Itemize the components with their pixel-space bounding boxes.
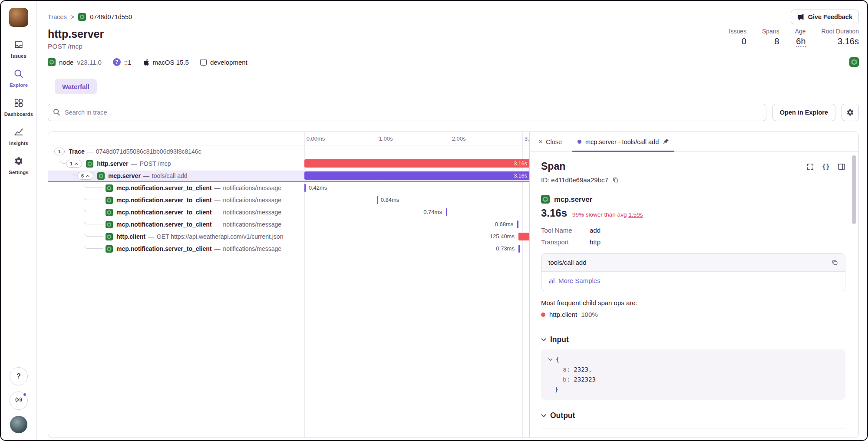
node-icon: [541, 195, 550, 204]
copy-icon[interactable]: [832, 259, 838, 266]
question-icon: ?: [17, 372, 21, 380]
table-row[interactable]: mcp.notification.server_to_client — noti…: [48, 206, 529, 218]
span-bar[interactable]: 3.16s: [304, 159, 529, 168]
chevron-up-icon: [75, 163, 78, 165]
pin-icon[interactable]: [663, 138, 669, 145]
details-heading: Span: [541, 161, 565, 172]
sidebar-item-insights[interactable]: Insights: [9, 127, 28, 146]
chart-icon: [14, 127, 23, 138]
details-scrollbar[interactable]: [852, 155, 856, 224]
span-bar[interactable]: [377, 196, 378, 204]
trace-stats: Issues 0 Spans 8 Age 6h Root Duration 3.…: [729, 28, 859, 46]
op-color-dot: [541, 313, 545, 317]
tags-row: node v23.11.0 ? ::1 macOS 15.5 developme…: [48, 57, 859, 67]
collapse-chip[interactable]: 6: [77, 172, 93, 180]
open-in-explore-button[interactable]: Open in Explore: [772, 104, 835, 121]
sidebar-item-label: Insights: [9, 141, 28, 146]
sidebar-item-label: Dashboards: [4, 112, 33, 117]
span-attributes: Tool Name add Transport http: [541, 224, 845, 248]
table-row[interactable]: mcp.notification.server_to_client — noti…: [48, 218, 529, 230]
node-icon: [106, 184, 113, 192]
tag-ip[interactable]: ? ::1: [113, 58, 132, 66]
inbox-icon: [14, 40, 23, 51]
org-avatar[interactable]: [9, 8, 28, 27]
span-description: tools/call add: [548, 259, 587, 266]
trace-settings-button[interactable]: [842, 104, 859, 121]
search-input[interactable]: [48, 104, 766, 121]
child-ops-label: Most frequent child span ops are:: [541, 299, 845, 306]
collapse-chip[interactable]: 1: [66, 160, 82, 168]
trace-panel: 0.00ms 1.00s 2.00s 3.00s 1 Trace — 0748d…: [48, 132, 859, 438]
span-details-panel: × Close mcp.server - tools/call add Span: [529, 132, 858, 438]
span-bar[interactable]: 3.16s: [304, 171, 529, 180]
span-bar[interactable]: [446, 208, 447, 216]
search-icon: [14, 69, 23, 80]
sidebar-item-issues[interactable]: Issues: [11, 40, 26, 59]
breadcrumb-trace-id[interactable]: 0748d071d550: [90, 13, 132, 20]
span-id: ID: e411d0e69aa29bc7: [541, 176, 608, 184]
node-icon: [78, 13, 86, 21]
input-json-viewer: { a: 2323, b: 232323 }: [541, 349, 845, 400]
node-icon: [106, 197, 113, 204]
close-details-button[interactable]: × Close: [534, 132, 566, 151]
sidebar-item-label: Explore: [10, 82, 28, 88]
node-icon: [106, 233, 113, 240]
project-icon[interactable]: [849, 57, 859, 67]
app-window: Issues Explore Dashboards Insights Setti…: [0, 0, 868, 441]
tag-environment[interactable]: development: [200, 59, 248, 66]
breadcrumb: Traces > 0748d071d550: [48, 13, 132, 21]
panel-layout-icon[interactable]: [838, 163, 845, 171]
give-feedback-button[interactable]: Give Feedback: [791, 10, 859, 24]
view-tabs: Waterfall: [48, 79, 859, 94]
copy-icon[interactable]: [612, 177, 619, 183]
tag-runtime[interactable]: node v23.11.0: [48, 58, 102, 66]
table-row[interactable]: mcp.notification.server_to_client — noti…: [48, 182, 529, 194]
span-color-dot: [578, 140, 581, 144]
table-row[interactable]: 1 http.server — POST /mcp 3.16s: [48, 158, 529, 170]
details-tab[interactable]: mcp.server - tools/call add: [572, 132, 674, 151]
tab-waterfall[interactable]: Waterfall: [55, 79, 97, 94]
span-bar[interactable]: [518, 245, 520, 253]
unknown-browser-icon: ?: [113, 58, 121, 66]
table-row[interactable]: http.client — GET https://api.weatherapi…: [48, 230, 529, 243]
span-duration: 3.16s: [541, 207, 567, 219]
sidebar-item-label: Issues: [11, 53, 26, 59]
table-row[interactable]: mcp.notification.server_to_client — noti…: [48, 243, 529, 255]
chevron-down-icon: [541, 414, 546, 418]
more-samples-link[interactable]: More Samples: [548, 277, 601, 284]
whats-new-button[interactable]: [10, 392, 28, 410]
output-section-toggle[interactable]: Output: [541, 411, 845, 420]
span-op: mcp.server: [554, 195, 592, 204]
user-avatar[interactable]: [10, 416, 27, 433]
expand-icon[interactable]: [806, 163, 814, 171]
sidebar-item-dashboards[interactable]: Dashboards: [4, 98, 33, 117]
page-title: http.server: [48, 28, 104, 40]
stat-root-duration: Root Duration 3.16s: [822, 28, 859, 46]
span-count-chip[interactable]: 1: [54, 148, 65, 155]
details-tab-bar: × Close mcp.server - tools/call add: [530, 132, 858, 152]
span-bar[interactable]: [304, 184, 306, 192]
breadcrumb-traces[interactable]: Traces: [48, 13, 67, 20]
tag-os[interactable]: macOS 15.5: [143, 58, 189, 66]
child-op-percent: 100%: [581, 311, 597, 318]
sidebar-item-settings[interactable]: Settings: [9, 156, 28, 175]
gear-icon: [14, 156, 23, 168]
node-icon: [106, 245, 113, 253]
span-bar[interactable]: [517, 220, 518, 228]
chevron-down-icon[interactable]: [548, 358, 553, 361]
give-feedback-label: Give Feedback: [808, 13, 852, 20]
table-row[interactable]: mcp.notification.server_to_client — noti…: [48, 194, 529, 206]
input-section-toggle[interactable]: Input: [541, 335, 845, 344]
json-view-icon[interactable]: {}: [822, 163, 830, 171]
help-button[interactable]: ?: [10, 367, 28, 385]
main-content: Traces > 0748d071d550 Give Feedback http…: [37, 1, 867, 440]
sidebar-item-label: Settings: [9, 170, 28, 175]
search-icon: [53, 109, 60, 116]
sidebar-item-explore[interactable]: Explore: [10, 69, 28, 88]
span-bar[interactable]: [518, 233, 529, 240]
table-row-selected[interactable]: 6 mcp.server — tools/call add 3.16s: [48, 170, 529, 182]
table-row[interactable]: 1 Trace — 0748d071d55086c81bb06d93f8c814…: [48, 145, 529, 158]
chevron-up-icon: [86, 175, 89, 177]
page-subtitle: POST /mcp: [48, 43, 104, 50]
duration-comparison: 99% slower than avg 1.59s: [572, 211, 643, 218]
